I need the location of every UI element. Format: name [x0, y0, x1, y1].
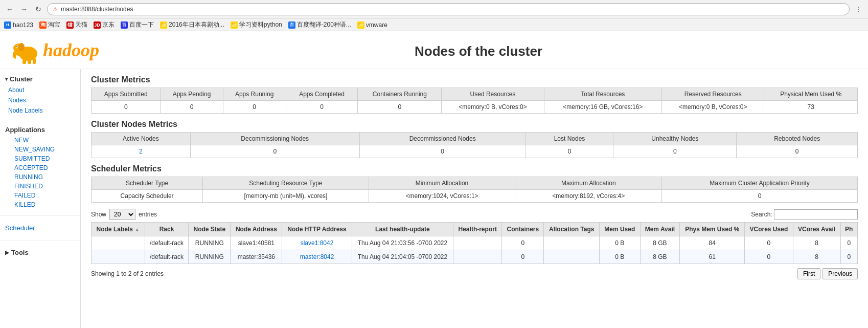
- bookmark-icon: 猫: [66, 21, 74, 29]
- th-phys-mem-used[interactable]: Phys Mem Used %: [680, 223, 745, 236]
- th-ph[interactable]: Ph: [840, 223, 857, 236]
- entries-label: entries: [139, 211, 157, 218]
- bookmark-folder1[interactable]: 📁 2016年日本喜剧动...: [160, 20, 224, 29]
- header-bar: hadoop Nodes of the cluster: [0, 31, 868, 69]
- cell-node-labels: [92, 236, 145, 250]
- search-input[interactable]: [774, 209, 858, 220]
- show-label: Show: [91, 211, 106, 218]
- val-rebooted-nodes: 0: [737, 145, 858, 158]
- th-node-address[interactable]: Node Address: [231, 223, 282, 236]
- bookmark-baidu-translate[interactable]: 百 百度翻译-200种语...: [288, 20, 351, 29]
- col-decommissioning-nodes: Decommissioning Nodes: [190, 133, 359, 145]
- col-apps-completed: Apps Completed: [286, 88, 358, 101]
- cluster-metrics-table: Apps Submitted Apps Pending Apps Running…: [91, 88, 858, 114]
- cell-node-http-address[interactable]: master:8042: [282, 250, 352, 264]
- pagination-buttons: First Previous: [797, 268, 858, 279]
- sidebar-item-accepted[interactable]: ACCEPTED: [6, 163, 80, 172]
- sidebar-item-nodes[interactable]: Nodes: [0, 95, 80, 105]
- show-entries-left: Show 10 20 50 100 entries: [91, 209, 157, 220]
- bookmark-tmall[interactable]: 猫 天猫: [66, 20, 87, 29]
- col-min-allocation: Minimum Allocation: [369, 177, 515, 190]
- col-apps-pending: Apps Pending: [161, 88, 223, 101]
- sidebar-applications-title[interactable]: Applications: [0, 124, 80, 136]
- cell-node-http-address[interactable]: slave1:8042: [282, 236, 352, 250]
- cell-last-health-update: Thu Aug 04 21:04:05 -0700 2022: [352, 250, 453, 264]
- th-containers[interactable]: Containers: [502, 223, 544, 236]
- scheduler-metrics-row: Capacity Scheduler [memory-mb (unit=Mi),…: [92, 190, 858, 203]
- sidebar-tools-section: ▶ Tools: [0, 243, 80, 263]
- bookmark-taobao[interactable]: 淘 淘宝: [39, 20, 60, 29]
- val-lost-nodes: 0: [526, 145, 613, 158]
- col-apps-submitted: Apps Submitted: [92, 88, 161, 101]
- cluster-nodes-metrics-table: Active Nodes Decommissioning Nodes Decom…: [91, 132, 858, 158]
- previous-button[interactable]: Previous: [823, 268, 858, 279]
- th-node-state[interactable]: Node State: [189, 223, 231, 236]
- page-title: Nodes of the cluster: [99, 35, 858, 64]
- sidebar-item-submitted[interactable]: SUBMITTED: [6, 154, 80, 163]
- menu-button[interactable]: ⋮: [853, 4, 864, 15]
- sort-icon: ▲: [134, 227, 140, 232]
- sidebar-tools-title[interactable]: ▶ Tools: [0, 247, 80, 258]
- bookmark-python[interactable]: 📁 学习资料python: [231, 20, 282, 29]
- sidebar-cluster-section: ▾ Cluster About Nodes Node Labels: [0, 69, 80, 120]
- val-decommissioned-nodes: 0: [359, 145, 526, 158]
- cell-rack: /default-rack: [145, 236, 189, 250]
- col-max-cluster-priority: Maximum Cluster Application Priority: [662, 177, 858, 190]
- show-entries-bar: Show 10 20 50 100 entries Search:: [91, 205, 858, 222]
- scheduler-metrics-table: Scheduler Type Scheduling Resource Type …: [91, 177, 858, 203]
- bookmark-baidu[interactable]: 百 百度一下: [121, 20, 154, 29]
- val-apps-running: 0: [223, 101, 286, 114]
- tools-arrow-icon: ▶: [5, 250, 9, 255]
- col-reserved-resources: Reserved Resources: [662, 88, 764, 101]
- th-node-labels[interactable]: Node Labels ▲: [92, 223, 145, 236]
- col-lost-nodes: Lost Nodes: [526, 133, 613, 145]
- bookmark-vmware[interactable]: 📁 vmware: [357, 21, 387, 29]
- entries-select[interactable]: 10 20 50 100: [109, 209, 135, 220]
- th-rack[interactable]: Rack: [145, 223, 189, 236]
- pagination-bar: Showing 1 to 2 of 2 entries First Previo…: [91, 264, 858, 279]
- sidebar-item-failed[interactable]: FAILED: [6, 191, 80, 200]
- th-health-report[interactable]: Health-report: [453, 223, 502, 236]
- val-scheduler-type: Capacity Scheduler: [92, 190, 203, 203]
- sidebar-item-running[interactable]: RUNNING: [6, 172, 80, 182]
- cell-node-labels: [92, 250, 145, 264]
- sidebar-item-new[interactable]: NEW: [6, 136, 80, 145]
- col-scheduling-resource-type: Scheduling Resource Type: [203, 177, 369, 190]
- col-apps-running: Apps Running: [223, 88, 286, 101]
- cell-vcores-avail: 8: [793, 236, 840, 250]
- table-row: /default-rack RUNNING master:35436 maste…: [92, 250, 858, 264]
- sidebar-item-scheduler[interactable]: Scheduler: [0, 222, 80, 234]
- th-mem-used[interactable]: Mem Used: [600, 223, 640, 236]
- bookmark-icon: 淘: [39, 21, 47, 29]
- th-vcores-used[interactable]: VCores Used: [745, 223, 793, 236]
- th-node-http-address[interactable]: Node HTTP Address: [282, 223, 352, 236]
- sidebar-item-new-saving[interactable]: NEW_SAVING: [6, 145, 80, 154]
- sidebar-cluster-title[interactable]: ▾ Cluster: [0, 73, 80, 85]
- th-mem-avail[interactable]: Mem Avail: [640, 223, 680, 236]
- first-button[interactable]: First: [797, 268, 820, 279]
- cell-vcores-used: 0: [745, 236, 793, 250]
- cell-mem-avail: 8 GB: [640, 236, 680, 250]
- sidebar-app-states: NEW NEW_SAVING SUBMITTED ACCEPTED RUNNIN…: [0, 136, 80, 209]
- cell-rack: /default-rack: [145, 250, 189, 264]
- cluster-nodes-metrics-title: Cluster Nodes Metrics: [91, 120, 858, 129]
- address-bar[interactable]: ⚠ master:8088/cluster/nodes: [47, 3, 850, 15]
- hadoop-text: hadoop: [43, 39, 99, 61]
- browser-chrome: ← → ↻ ⚠ master:8088/cluster/nodes ⋮ H ha…: [0, 0, 868, 31]
- sidebar-item-killed[interactable]: KILLED: [6, 200, 80, 209]
- th-last-health-update[interactable]: Last health-update: [352, 223, 453, 236]
- bookmark-hao123[interactable]: H hao123: [4, 21, 33, 29]
- back-button[interactable]: ←: [4, 4, 15, 15]
- sidebar-item-node-labels[interactable]: Node Labels: [0, 105, 80, 116]
- th-allocation-tags[interactable]: Allocation Tags: [544, 223, 600, 236]
- forward-button[interactable]: →: [18, 4, 30, 15]
- cell-last-health-update: Thu Aug 04 21:03:56 -0700 2022: [352, 236, 453, 250]
- cell-ph: 0: [840, 236, 857, 250]
- sidebar-item-finished[interactable]: FINISHED: [6, 182, 80, 191]
- col-total-resources: Total Resources: [544, 88, 662, 101]
- reload-button[interactable]: ↻: [33, 4, 44, 15]
- th-vcores-avail[interactable]: VCores Avail: [793, 223, 840, 236]
- bookmark-jd[interactable]: JD 京东: [94, 20, 115, 29]
- sidebar-item-about[interactable]: About: [0, 85, 80, 95]
- svg-rect-6: [28, 59, 31, 64]
